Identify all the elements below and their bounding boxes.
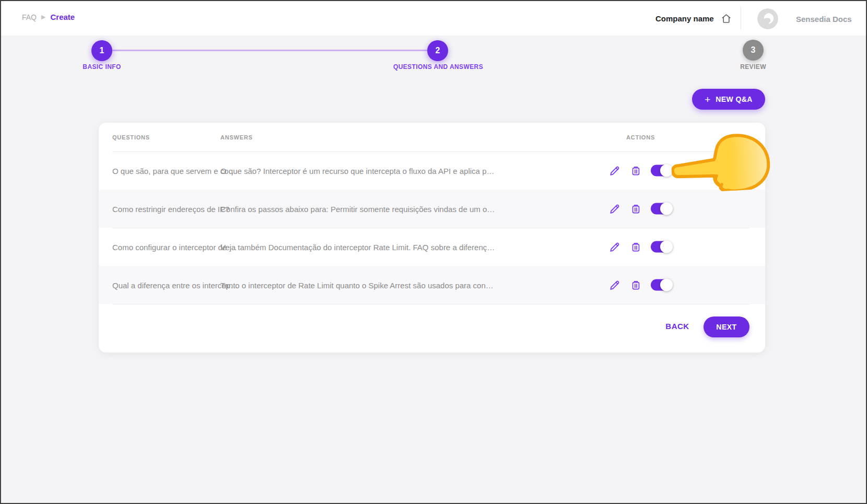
next-button[interactable]: NEXT: [704, 317, 749, 337]
table-header: QUESTIONS ANSWERS ACTIONS: [99, 123, 765, 151]
toggle-knob: [660, 279, 673, 291]
plus-icon: +: [705, 95, 710, 104]
edit-icon[interactable]: [608, 278, 621, 291]
questions-column-header: QUESTIONS: [112, 134, 150, 140]
table-row: O que são, para que servem e co… O que s…: [99, 151, 765, 190]
edit-icon[interactable]: [608, 240, 621, 253]
table-row: Como restringir endereços de IP? Confira…: [99, 190, 765, 228]
company-name-label: Company name: [655, 14, 714, 23]
answer-cell: Tanto o interceptor de Rate Limit quanto…: [220, 280, 494, 289]
step-1-label: BASIC INFO: [60, 63, 144, 71]
breadcrumb-faq[interactable]: FAQ: [22, 13, 37, 21]
question-cell: O que são, para que servem e co…: [112, 166, 237, 175]
breadcrumb-create: Create: [50, 13, 75, 21]
back-button[interactable]: BACK: [662, 322, 693, 331]
answer-cell: O que são? Interceptor é um recurso que …: [220, 166, 494, 175]
home-icon[interactable]: [720, 13, 732, 25]
app-window: FAQ ▶ Create Company name Sen: [0, 0, 867, 504]
delete-icon[interactable]: [629, 278, 642, 291]
table-row: Qual a diferença entre os intercep… Tant…: [99, 266, 765, 304]
step-1-number: 1: [100, 46, 104, 55]
step-1-circle[interactable]: 1: [91, 40, 112, 61]
delete-icon[interactable]: [629, 164, 642, 177]
step-3-circle[interactable]: 3: [743, 40, 764, 61]
answers-column-header: ANSWERS: [220, 134, 253, 140]
step-3-number: 3: [751, 45, 756, 55]
actions-column-header: ACTIONS: [626, 134, 655, 140]
edit-icon[interactable]: [608, 202, 621, 215]
delete-icon[interactable]: [629, 240, 642, 253]
row-actions: [608, 278, 672, 291]
new-qa-button[interactable]: + NEW Q&A: [692, 89, 765, 110]
enable-toggle[interactable]: [651, 279, 672, 291]
question-cell: Qual a diferença entre os intercep…: [112, 280, 238, 289]
question-cell: Como restringir endereços de IP?: [112, 204, 229, 213]
row-actions: [608, 240, 672, 253]
delete-icon[interactable]: [629, 202, 642, 215]
row-actions: [608, 202, 672, 215]
step-2-number: 2: [436, 46, 440, 55]
enable-toggle[interactable]: [651, 165, 672, 177]
toggle-knob: [660, 203, 673, 215]
qa-table-card: QUESTIONS ANSWERS ACTIONS O que são, par…: [99, 123, 765, 353]
question-cell: Como configurar o interceptor de …: [112, 242, 237, 251]
toggle-knob: [660, 241, 673, 253]
pointing-hand-annotation: [670, 129, 772, 194]
enable-toggle[interactable]: [651, 241, 672, 253]
row-divider: [112, 304, 749, 304]
company-home-link[interactable]: Company name: [655, 10, 732, 26]
table-row: Como configurar o interceptor de … Veja …: [99, 228, 765, 266]
edit-icon[interactable]: [608, 164, 621, 177]
topbar-divider: [741, 7, 741, 30]
row-actions: [608, 164, 672, 177]
enable-toggle[interactable]: [651, 203, 672, 215]
answer-cell: Confira os passos abaixo para: Permitir …: [220, 204, 495, 213]
step-3-label: REVIEW: [711, 63, 795, 71]
answer-cell: Veja também Documentação do interceptor …: [220, 242, 495, 251]
workspace-name-label: Sensedia Docs: [796, 15, 852, 24]
breadcrumb: FAQ ▶ Create: [22, 13, 75, 21]
step-2-label: QUESTIONS AND ANSWERS: [360, 63, 517, 71]
sensedia-logo-icon: [757, 8, 778, 29]
top-bar: FAQ ▶ Create Company name Sen: [1, 1, 866, 36]
stepper-connector-1-2: [112, 50, 427, 51]
workspace-brand: Sensedia Docs: [757, 8, 852, 29]
chevron-right-icon: ▶: [41, 14, 45, 20]
step-2-circle[interactable]: 2: [427, 40, 448, 61]
new-qa-label: NEW Q&A: [716, 95, 752, 103]
